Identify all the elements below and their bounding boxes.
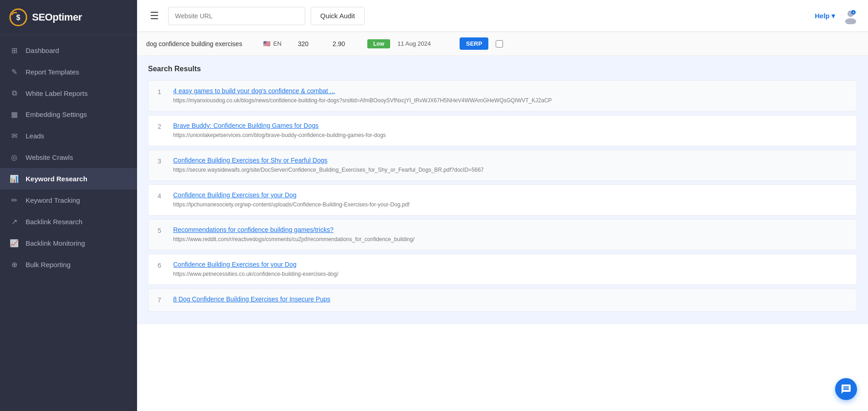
result-body: 8 Dog Confidence Building Exercises for … bbox=[173, 295, 847, 305]
hamburger-button[interactable]: ☰ bbox=[146, 8, 163, 24]
nav-label-bulk-reporting: Bulk Reporting bbox=[26, 261, 70, 269]
result-url: https://www.petnecessities.co.uk/confide… bbox=[173, 270, 847, 278]
nav-icon-keyword-tracking: ✏ bbox=[9, 196, 19, 205]
sidebar-item-backlink-monitoring[interactable]: 📈Backlink Monitoring bbox=[0, 232, 137, 254]
search-results-panel: Search Results 1 4 easy games to build y… bbox=[137, 56, 868, 324]
result-row: 4 Confidence Building Exercises for your… bbox=[158, 191, 847, 209]
result-row: 3 Confidence Building Exercises for Shy … bbox=[158, 157, 847, 174]
result-body: Recommendations for confidence building … bbox=[173, 226, 847, 243]
sidebar-item-leads[interactable]: ✉Leads bbox=[0, 125, 137, 147]
result-title[interactable]: Confidence Building Exercises for your D… bbox=[173, 191, 847, 199]
result-url: https://www.reddit.com/r/reactivedogs/co… bbox=[173, 235, 847, 243]
serp-button[interactable]: SERP bbox=[460, 37, 488, 50]
flag-language: 🇺🇸 EN bbox=[263, 40, 291, 47]
sidebar: $ SEOptimer ⊞Dashboard✎Report Templates⧉… bbox=[0, 0, 137, 411]
result-item: 2 Brave Buddy: Confidence Building Games… bbox=[148, 115, 857, 146]
nav-label-embedding-settings: Embedding Settings bbox=[26, 111, 87, 118]
result-row: 5 Recommendations for confidence buildin… bbox=[158, 226, 847, 243]
nav-icon-bulk-reporting: ⊕ bbox=[9, 260, 19, 269]
sidebar-item-dashboard[interactable]: ⊞Dashboard bbox=[0, 40, 137, 61]
sidebar-item-report-templates[interactable]: ✎Report Templates bbox=[0, 61, 137, 83]
result-title[interactable]: Confidence Building Exercises for Shy or… bbox=[173, 157, 847, 164]
result-item: 3 Confidence Building Exercises for Shy … bbox=[148, 150, 857, 181]
sidebar-item-website-crawls[interactable]: ◎Website Crawls bbox=[0, 147, 137, 168]
sidebar-item-keyword-research[interactable]: 📊Keyword Research bbox=[0, 168, 137, 190]
help-button[interactable]: Help ▾ bbox=[815, 12, 835, 20]
nav-icon-backlink-monitoring: 📈 bbox=[9, 239, 19, 248]
svg-point-3 bbox=[845, 18, 856, 24]
sidebar-nav: ⊞Dashboard✎Report Templates⧉White Label … bbox=[0, 35, 137, 411]
result-body: 4 easy games to build your dog's confide… bbox=[173, 87, 847, 105]
result-body: Confidence Building Exercises for your D… bbox=[173, 191, 847, 209]
keyword-text: dog confidence building exercises bbox=[146, 40, 256, 47]
nav-label-keyword-research: Keyword Research bbox=[26, 175, 87, 183]
chat-bubble-button[interactable] bbox=[835, 378, 857, 400]
result-title[interactable]: 8 Dog Confidence Building Exercises for … bbox=[173, 295, 847, 303]
nav-label-dashboard: Dashboard bbox=[26, 47, 59, 54]
result-title[interactable]: 4 easy games to build your dog's confide… bbox=[173, 87, 847, 95]
topbar-right: Help ▾ + bbox=[815, 8, 859, 24]
result-number: 7 bbox=[158, 295, 167, 304]
nav-icon-white-label-reports: ⧉ bbox=[9, 89, 19, 97]
result-number: 6 bbox=[158, 261, 167, 269]
nav-icon-dashboard: ⊞ bbox=[9, 46, 19, 55]
result-item: 5 Recommendations for confidence buildin… bbox=[148, 219, 857, 250]
result-body: Brave Buddy: Confidence Building Games f… bbox=[173, 122, 847, 139]
nav-label-report-templates: Report Templates bbox=[26, 68, 79, 76]
competition-badge: Low bbox=[367, 39, 390, 48]
logo-icon: $ bbox=[9, 8, 27, 26]
nav-label-leads: Leads bbox=[26, 132, 44, 140]
keyword-cpc: 2.90 bbox=[333, 40, 360, 47]
keyword-volume: 320 bbox=[298, 40, 325, 47]
result-body: Confidence Building Exercises for your D… bbox=[173, 261, 847, 278]
sidebar-item-bulk-reporting[interactable]: ⊕Bulk Reporting bbox=[0, 254, 137, 275]
result-title[interactable]: Confidence Building Exercises for your D… bbox=[173, 261, 847, 268]
result-number: 1 bbox=[158, 87, 167, 95]
result-url: https://lpchumanesociety.org/wp-content/… bbox=[173, 200, 847, 209]
help-label: Help bbox=[815, 12, 830, 20]
result-title[interactable]: Recommendations for confidence building … bbox=[173, 226, 847, 233]
nav-label-website-crawls: Website Crawls bbox=[26, 153, 73, 161]
keyword-date: 11 Aug 2024 bbox=[397, 40, 452, 47]
topbar: ☰ Quick Audit Help ▾ + bbox=[137, 0, 868, 32]
result-number: 4 bbox=[158, 191, 167, 200]
keyword-row: dog confidence building exercises 🇺🇸 EN … bbox=[137, 32, 868, 56]
nav-icon-website-crawls: ◎ bbox=[9, 153, 19, 162]
sidebar-item-embedding-settings[interactable]: ▦Embedding Settings bbox=[0, 104, 137, 125]
result-item: 1 4 easy games to build your dog's confi… bbox=[148, 80, 857, 111]
sidebar-item-backlink-research[interactable]: ↗Backlink Research bbox=[0, 211, 137, 232]
nav-label-backlink-research: Backlink Research bbox=[26, 218, 82, 226]
svg-text:+: + bbox=[852, 11, 854, 14]
nav-icon-report-templates: ✎ bbox=[9, 68, 19, 76]
user-avatar-icon[interactable]: + bbox=[842, 8, 859, 24]
result-url: https://unionlakepetservices.com/blog/br… bbox=[173, 131, 847, 139]
content-area: dog confidence building exercises 🇺🇸 EN … bbox=[137, 32, 868, 411]
url-input[interactable] bbox=[168, 7, 305, 25]
result-row: 6 Confidence Building Exercises for your… bbox=[158, 261, 847, 278]
result-row: 7 8 Dog Confidence Building Exercises fo… bbox=[158, 295, 847, 305]
result-item: 4 Confidence Building Exercises for your… bbox=[148, 184, 857, 216]
svg-text:$: $ bbox=[16, 14, 21, 21]
result-row: 1 4 easy games to build your dog's confi… bbox=[158, 87, 847, 105]
nav-icon-embedding-settings: ▦ bbox=[9, 110, 19, 119]
nav-icon-leads: ✉ bbox=[9, 132, 19, 140]
result-url: https://myanxiousdog.co.uk/blogs/news/co… bbox=[173, 96, 847, 105]
logo-area: $ SEOptimer bbox=[0, 0, 137, 35]
main-area: ☰ Quick Audit Help ▾ + dog confidence bu… bbox=[137, 0, 868, 411]
nav-label-white-label-reports: White Label Reports bbox=[26, 90, 88, 97]
result-item: 7 8 Dog Confidence Building Exercises fo… bbox=[148, 289, 857, 311]
result-number: 5 bbox=[158, 226, 167, 234]
result-item: 6 Confidence Building Exercises for your… bbox=[148, 254, 857, 285]
logo-text: SEOptimer bbox=[32, 11, 82, 23]
result-title[interactable]: Brave Buddy: Confidence Building Games f… bbox=[173, 122, 847, 129]
nav-label-keyword-tracking: Keyword Tracking bbox=[26, 196, 80, 204]
nav-icon-backlink-research: ↗ bbox=[9, 217, 19, 226]
quick-audit-button[interactable]: Quick Audit bbox=[311, 7, 365, 25]
result-url: https://secure.waysidewaifs.org/site/Doc… bbox=[173, 166, 847, 174]
nav-label-backlink-monitoring: Backlink Monitoring bbox=[26, 239, 85, 247]
keyword-checkbox[interactable] bbox=[496, 40, 503, 47]
result-number: 3 bbox=[158, 157, 167, 165]
sidebar-item-white-label-reports[interactable]: ⧉White Label Reports bbox=[0, 83, 137, 104]
nav-icon-keyword-research: 📊 bbox=[9, 174, 19, 183]
sidebar-item-keyword-tracking[interactable]: ✏Keyword Tracking bbox=[0, 190, 137, 211]
